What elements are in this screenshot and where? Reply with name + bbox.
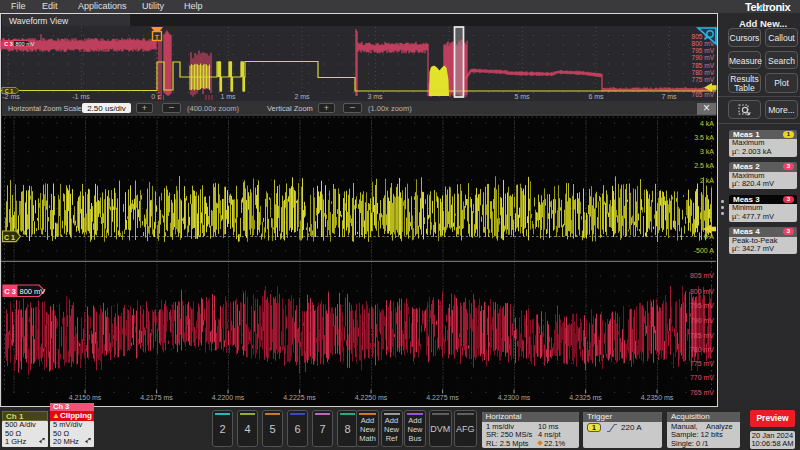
svg-text:4.2175 ms: 4.2175 ms bbox=[140, 394, 173, 401]
svg-text:805 mV: 805 mV bbox=[690, 272, 714, 279]
svg-text:-500 A: -500 A bbox=[694, 247, 715, 254]
svg-text:790 mV: 790 mV bbox=[690, 317, 714, 324]
svg-text:C 3: C 3 bbox=[4, 287, 16, 296]
svg-text:3.5 kA: 3.5 kA bbox=[694, 134, 714, 141]
svg-text:800 mV: 800 mV bbox=[20, 287, 46, 296]
svg-text:4.2150 ms: 4.2150 ms bbox=[69, 394, 102, 401]
svg-text:4.2350 ms: 4.2350 ms bbox=[641, 394, 674, 401]
svg-text:2.5 kA: 2.5 kA bbox=[694, 162, 714, 169]
svg-text:4.2300 ms: 4.2300 ms bbox=[498, 394, 531, 401]
svg-text:3 kA: 3 kA bbox=[700, 148, 714, 155]
svg-text:2 kA: 2 kA bbox=[700, 177, 714, 184]
svg-text:800 mV: 800 mV bbox=[690, 288, 714, 295]
svg-text:4.2200 ms: 4.2200 ms bbox=[212, 394, 245, 401]
svg-text:4 kA: 4 kA bbox=[700, 120, 714, 127]
svg-text:795 mV: 795 mV bbox=[690, 302, 714, 309]
svg-text:C 1: C 1 bbox=[4, 234, 15, 241]
svg-text:775 mV: 775 mV bbox=[690, 360, 714, 367]
svg-text:4.2225 ms: 4.2225 ms bbox=[283, 394, 316, 401]
svg-text:770 mV: 770 mV bbox=[690, 374, 714, 381]
svg-text:4.2275 ms: 4.2275 ms bbox=[426, 394, 459, 401]
svg-text:4.2250 ms: 4.2250 ms bbox=[355, 394, 388, 401]
svg-text:780 mV: 780 mV bbox=[690, 346, 714, 353]
svg-text:4.2325 ms: 4.2325 ms bbox=[569, 394, 602, 401]
svg-text:785 mV: 785 mV bbox=[690, 332, 714, 339]
svg-text:765 mV: 765 mV bbox=[690, 389, 714, 396]
